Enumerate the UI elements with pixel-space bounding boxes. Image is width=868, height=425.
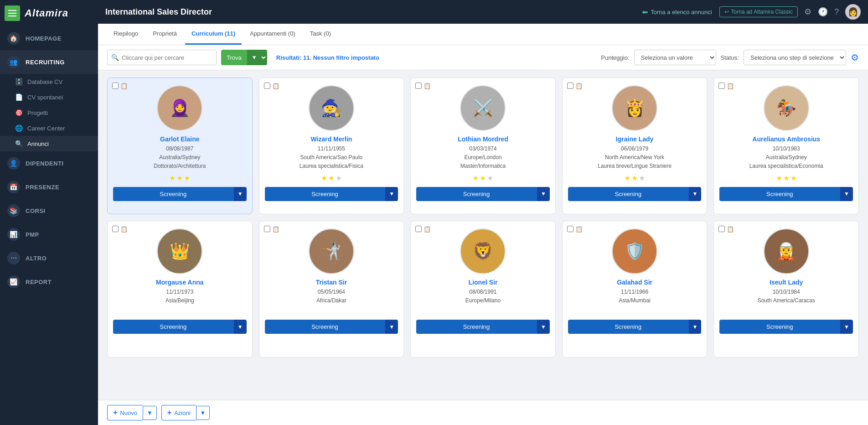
card-checkbox[interactable] bbox=[415, 226, 422, 232]
nuovo-dropdown-button[interactable]: ▼ bbox=[143, 406, 157, 420]
screening-dropdown-button[interactable]: ▼ bbox=[840, 187, 853, 201]
screening-dropdown-button[interactable]: ▼ bbox=[233, 320, 247, 334]
azioni-dropdown-button[interactable]: ▼ bbox=[196, 406, 210, 420]
card-cv-icon[interactable]: 📋 bbox=[727, 226, 734, 233]
card-cv-icon[interactable]: 📋 bbox=[120, 226, 128, 233]
card-checkbox[interactable] bbox=[415, 83, 422, 89]
screening-dropdown-button[interactable]: ▼ bbox=[537, 320, 550, 334]
screening-dropdown-button[interactable]: ▼ bbox=[688, 320, 702, 334]
candidate-name[interactable]: Lothian Mordred bbox=[458, 135, 508, 143]
card-cv-icon[interactable]: 📋 bbox=[424, 226, 431, 233]
screening-dropdown-button[interactable]: ▼ bbox=[537, 187, 550, 201]
candidate-name[interactable]: Tristan Sir bbox=[316, 279, 347, 286]
star-3: ★ bbox=[184, 174, 190, 182]
sidebar-item-pmp[interactable]: 📊 PMP bbox=[0, 223, 98, 246]
screening-button-group: Screening ▼ bbox=[265, 320, 398, 334]
candidate-name[interactable]: Igraine Lady bbox=[616, 135, 653, 143]
sidebar-item-altro[interactable]: ⋯ ALTRO bbox=[0, 246, 98, 270]
screening-button[interactable]: Screening bbox=[568, 320, 688, 334]
candidate-info: 08/08/1991Europe/Milano bbox=[465, 288, 501, 305]
card-checkbox[interactable] bbox=[567, 83, 574, 89]
card-checkbox[interactable] bbox=[567, 226, 574, 232]
settings-icon[interactable]: ⚙ bbox=[804, 7, 811, 17]
annunci-icon: 🔍 bbox=[15, 140, 23, 147]
tab-task[interactable]: Task (0) bbox=[304, 24, 337, 45]
screening-button-group: Screening ▼ bbox=[568, 320, 702, 334]
candidate-name[interactable]: Wizard Merlin bbox=[310, 135, 352, 143]
azioni-button[interactable]: + Azioni bbox=[161, 405, 196, 420]
screening-button[interactable]: Screening bbox=[265, 187, 385, 201]
card-cv-icon[interactable]: 📋 bbox=[120, 83, 128, 89]
screening-button[interactable]: Screening bbox=[568, 187, 688, 201]
tab-proprieta[interactable]: Proprietà bbox=[146, 24, 183, 45]
card-checkbox[interactable] bbox=[264, 83, 270, 89]
toolbar-right: Punteggio: Seleziona un valore Status: S… bbox=[601, 50, 859, 65]
screening-button[interactable]: Screening bbox=[113, 187, 233, 201]
sidebar-item-cv-spontanei[interactable]: 📄 CV spontanei bbox=[0, 89, 98, 105]
screening-button[interactable]: Screening bbox=[719, 320, 840, 334]
screening-button[interactable]: Screening bbox=[719, 187, 840, 201]
classic-mode-button[interactable]: ↩ Torna ad Altamira Classic bbox=[719, 6, 798, 17]
screening-dropdown-button[interactable]: ▼ bbox=[385, 320, 398, 334]
tab-curriculum[interactable]: Curriculum (11) bbox=[185, 24, 242, 45]
candidate-name[interactable]: Lionel Sir bbox=[469, 279, 498, 286]
sidebar-item-corsi[interactable]: 📚 CORSI bbox=[0, 199, 98, 223]
find-dropdown[interactable]: ▼ bbox=[247, 50, 267, 65]
star-1: ★ bbox=[472, 174, 479, 182]
nuovo-button[interactable]: + Nuovo bbox=[107, 405, 143, 420]
back-to-list-button[interactable]: ⬅ Torna a elenco annunci bbox=[642, 8, 712, 16]
search-input[interactable] bbox=[122, 54, 212, 61]
card-cv-icon[interactable]: 📋 bbox=[424, 83, 431, 89]
candidate-info: 11/11/1966Asia/Mumbai bbox=[619, 288, 650, 305]
tab-appuntamenti[interactable]: Appuntamenti (0) bbox=[243, 24, 302, 45]
card-cv-icon[interactable]: 📋 bbox=[575, 226, 583, 233]
sidebar-item-report[interactable]: 📈 REPORT bbox=[0, 270, 98, 294]
screening-button[interactable]: Screening bbox=[113, 320, 233, 334]
candidate-avatar: 🧕 bbox=[157, 85, 202, 131]
card-checkbox[interactable] bbox=[718, 83, 725, 89]
screening-dropdown-button[interactable]: ▼ bbox=[233, 187, 247, 201]
hamburger-button[interactable] bbox=[5, 5, 20, 21]
sidebar-item-homepage[interactable]: 🏠 HOMEPAGE bbox=[0, 26, 98, 50]
sidebar-item-annunci[interactable]: 🔍 Annunci bbox=[0, 136, 98, 151]
help-icon[interactable]: ? bbox=[834, 7, 839, 17]
candidate-name[interactable]: Iseult Lady bbox=[770, 279, 803, 286]
card-cv-icon[interactable]: 📋 bbox=[727, 83, 734, 89]
user-avatar[interactable]: 👩 bbox=[845, 4, 861, 20]
card-checkbox[interactable] bbox=[264, 226, 270, 232]
card-checkbox[interactable] bbox=[718, 226, 725, 232]
card-cv-icon[interactable]: 📋 bbox=[272, 226, 279, 233]
status-select[interactable]: Seleziona uno step di selezione bbox=[744, 50, 846, 65]
card-checkbox[interactable] bbox=[112, 226, 119, 232]
candidate-name[interactable]: Garlot Elaine bbox=[160, 135, 199, 143]
screening-dropdown-button[interactable]: ▼ bbox=[840, 320, 853, 334]
sidebar-item-recruiting[interactable]: 👥 RECRUITING bbox=[0, 50, 98, 74]
find-button-group: Trova ▼ bbox=[221, 50, 267, 65]
back-arrow-icon: ⬅ bbox=[642, 8, 648, 16]
candidate-name[interactable]: Morgause Anna bbox=[156, 279, 204, 286]
screening-button[interactable]: Screening bbox=[416, 320, 537, 334]
sidebar-item-database-cv[interactable]: 🗄️ Database CV bbox=[0, 74, 98, 89]
screening-dropdown-button[interactable]: ▼ bbox=[385, 187, 398, 201]
altro-icon: ⋯ bbox=[7, 252, 20, 264]
page-title: International Sales Director bbox=[105, 7, 635, 17]
tab-riepilogo[interactable]: Riepilogo bbox=[107, 24, 145, 45]
candidate-name[interactable]: Aurelianus Ambrosius bbox=[752, 135, 820, 143]
card-checkbox[interactable] bbox=[112, 83, 119, 89]
screening-dropdown-button[interactable]: ▼ bbox=[688, 187, 702, 201]
star-1: ★ bbox=[321, 174, 327, 182]
sidebar-item-progetti[interactable]: 🎯 Progetti bbox=[0, 105, 98, 120]
card-cv-icon[interactable]: 📋 bbox=[272, 83, 279, 89]
screening-button[interactable]: Screening bbox=[416, 187, 537, 201]
sidebar-item-dipendenti[interactable]: 👤 DIPENDENTI bbox=[0, 151, 98, 175]
find-button[interactable]: Trova bbox=[221, 50, 247, 65]
clock-icon[interactable]: 🕐 bbox=[818, 7, 828, 17]
progetti-icon: 🎯 bbox=[15, 109, 23, 116]
punteggio-select[interactable]: Seleziona un valore bbox=[634, 50, 716, 65]
candidate-name[interactable]: Galahad Sir bbox=[617, 279, 652, 286]
screening-button[interactable]: Screening bbox=[265, 320, 385, 334]
card-cv-icon[interactable]: 📋 bbox=[575, 83, 583, 89]
sidebar-item-presenze[interactable]: 📅 PRESENZE bbox=[0, 175, 98, 199]
sidebar-item-career-center[interactable]: 🌐 Career Center bbox=[0, 120, 98, 136]
filter-settings-icon[interactable]: ⚙ bbox=[851, 52, 859, 63]
